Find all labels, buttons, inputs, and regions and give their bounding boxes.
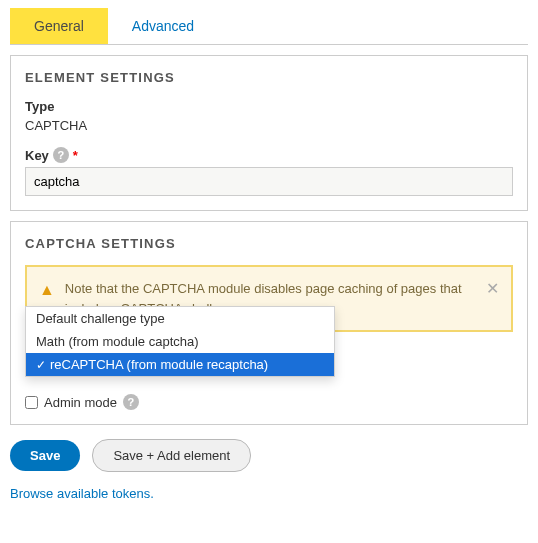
element-settings-panel: ELEMENT SETTINGS Type CAPTCHA Key ? * [10, 55, 528, 211]
challenge-type-dropdown: Default challenge type Math (from module… [25, 306, 335, 377]
challenge-type-select-wrap: Default challenge type Math (from module… [25, 346, 513, 376]
tab-advanced[interactable]: Advanced [108, 8, 218, 44]
admin-mode-label: Admin mode [44, 395, 117, 410]
captcha-settings-panel: CAPTCHA SETTINGS ▲ Note that the CAPTCHA… [10, 221, 528, 425]
key-label: Key [25, 148, 49, 163]
warning-icon: ▲ [39, 281, 55, 299]
type-label: Type [25, 99, 513, 114]
help-icon[interactable]: ? [53, 147, 69, 163]
close-icon[interactable]: ✕ [486, 279, 499, 298]
admin-mode-row: Admin mode ? [25, 394, 513, 410]
required-mark: * [73, 148, 78, 163]
save-add-button[interactable]: Save + Add element [92, 439, 251, 472]
save-button[interactable]: Save [10, 440, 80, 471]
option-default[interactable]: Default challenge type [26, 307, 334, 330]
option-math[interactable]: Math (from module captcha) [26, 330, 334, 353]
tabs: General Advanced [10, 8, 528, 45]
admin-mode-checkbox[interactable] [25, 396, 38, 409]
actions: Save Save + Add element [10, 439, 528, 472]
type-value: CAPTCHA [25, 118, 513, 133]
browse-tokens-link[interactable]: Browse available tokens. [10, 486, 154, 501]
element-settings-title: ELEMENT SETTINGS [25, 70, 513, 85]
option-recaptcha[interactable]: reCAPTCHA (from module recaptcha) [26, 353, 334, 376]
key-label-row: Key ? * [25, 147, 513, 163]
tab-general[interactable]: General [10, 8, 108, 44]
key-input[interactable] [25, 167, 513, 196]
captcha-settings-title: CAPTCHA SETTINGS [25, 236, 513, 251]
help-icon[interactable]: ? [123, 394, 139, 410]
